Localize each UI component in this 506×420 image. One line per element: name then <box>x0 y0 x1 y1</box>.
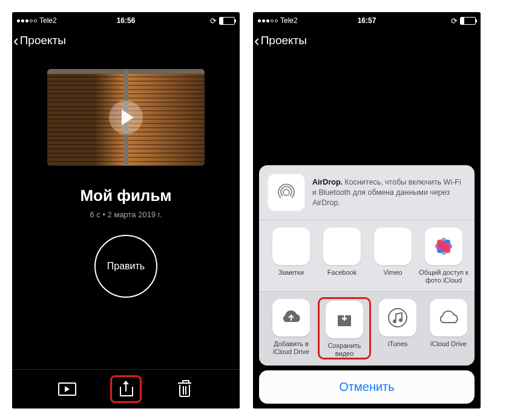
svg-point-10 <box>389 309 407 327</box>
app-icloud-photo-sharing[interactable]: Общий доступ к фото iCloud <box>419 228 468 284</box>
carrier-label: Tele2 <box>280 16 298 25</box>
phone-left: Tele2 16:56 ⟳ ‹ Проекты Мой фильм 6 с • … <box>12 12 240 409</box>
status-bar: Tele2 16:56 ⟳ <box>12 12 240 27</box>
share-button[interactable] <box>117 379 135 398</box>
svg-point-0 <box>283 189 289 195</box>
action-icloud-drive[interactable]: iCloud Drive <box>424 299 473 359</box>
edit-button[interactable]: Править <box>94 235 157 298</box>
cancel-label: Отменить <box>339 380 394 393</box>
project-thumbnail[interactable] <box>47 69 205 166</box>
action-add-to-icloud-drive[interactable]: Добавить в iCloud Drive <box>266 299 316 359</box>
airdrop-text: AirDrop. Коснитесь, чтобы включить Wi-Fi… <box>312 177 466 208</box>
orientation-lock-icon: ⟳ <box>210 16 217 25</box>
nav-back-label: Проекты <box>20 34 66 47</box>
project-subtitle: 6 с • 2 марта 2019 г. <box>12 210 240 219</box>
clock: 16:57 <box>330 16 403 25</box>
signal-dots-icon <box>258 19 278 22</box>
signal-dots-icon <box>17 19 37 22</box>
photos-icon <box>425 228 462 265</box>
airdrop-row[interactable]: AirDrop. Коснитесь, чтобы включить Wi-Fi… <box>259 165 475 220</box>
app-vimeo[interactable]: V Vimeo <box>368 228 418 284</box>
orientation-lock-icon: ⟳ <box>451 16 458 25</box>
battery-icon <box>460 17 476 25</box>
play-button[interactable] <box>58 380 76 398</box>
share-highlight <box>110 375 142 403</box>
share-sheet: AirDrop. Коснитесь, чтобы включить Wi-Fi… <box>259 165 475 404</box>
trash-icon <box>178 381 191 397</box>
action-save-video[interactable]: Сохранить видео <box>321 301 367 358</box>
vimeo-icon: V <box>374 228 412 265</box>
toolbar <box>12 369 240 409</box>
facebook-icon: f <box>323 228 361 265</box>
save-video-highlight: Сохранить видео <box>318 297 371 359</box>
airdrop-icon <box>268 174 305 211</box>
notes-icon <box>272 228 310 265</box>
cancel-button[interactable]: Отменить <box>259 370 475 404</box>
edit-button-label: Править <box>107 261 145 272</box>
actions-row: Добавить в iCloud Drive Сохранить видео … <box>259 292 475 366</box>
cloud-icon <box>430 299 467 336</box>
delete-button[interactable] <box>176 380 194 398</box>
app-facebook[interactable]: f Facebook <box>317 228 367 284</box>
phone-right: Tele2 16:57 ⟳ ‹ Проекты <box>253 12 481 409</box>
cloud-upload-icon <box>272 299 310 336</box>
play-icon <box>109 100 143 134</box>
action-itunes[interactable]: iTunes <box>373 299 422 359</box>
clock: 16:56 <box>90 16 162 25</box>
chevron-left-icon: ‹ <box>13 33 19 48</box>
apps-row: Заметки f Facebook V Vimeo <box>259 220 475 290</box>
app-notes[interactable]: Заметки <box>266 228 316 284</box>
status-bar: Tele2 16:57 ⟳ <box>253 12 481 27</box>
battery-icon <box>219 17 235 25</box>
nav-back[interactable]: ‹ Проекты <box>12 27 240 54</box>
project-title: Мой фильм <box>12 186 240 205</box>
play-rect-icon <box>58 382 76 396</box>
itunes-icon <box>379 299 416 336</box>
save-video-icon <box>326 301 363 338</box>
share-icon <box>119 381 133 396</box>
carrier-label: Tele2 <box>39 16 57 25</box>
